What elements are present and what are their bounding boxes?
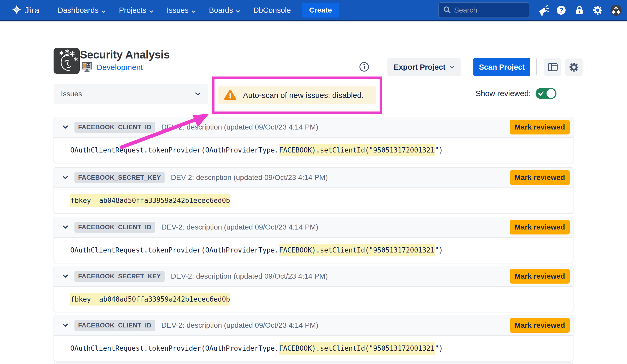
issue-card: FACEBOOK_CLIENT_ID DEV-2: description (u… xyxy=(54,315,573,361)
chevron-down-icon xyxy=(195,92,200,96)
secret-type-badge: FACEBOOK_CLIENT_ID xyxy=(74,320,155,331)
issue-title: DEV-2: description (updated 09/Oct/23 4:… xyxy=(171,173,503,182)
issue-header: FACEBOOK_CLIENT_ID DEV-2: description (u… xyxy=(54,117,573,138)
code-text: ") xyxy=(435,246,443,254)
chevron-down-icon xyxy=(192,6,195,15)
export-project-button[interactable]: Export Project xyxy=(387,58,461,76)
nav-item-label: Boards xyxy=(209,6,233,15)
issue-code-line: OAuthClientRequest.tokenProvider(OAuthPr… xyxy=(54,138,573,163)
workstation-icon xyxy=(81,61,93,74)
issue-card: FACEBOOK_CLIENT_ID DEV-2: description (u… xyxy=(54,117,573,163)
svg-text:?: ? xyxy=(559,6,563,14)
code-highlight: fbkey ab048ad50ffa33959a242b1ecec6ed0b xyxy=(70,194,230,207)
code-text: OAuthClientRequest.tokenProvider(OAuthPr… xyxy=(70,146,279,154)
help-icon[interactable]: ? xyxy=(555,4,567,16)
lock-icon[interactable] xyxy=(574,4,585,16)
search-icon xyxy=(443,5,451,15)
nav-icon-group: ? xyxy=(537,4,622,16)
scan-project-button[interactable]: Scan Project xyxy=(473,58,530,76)
code-highlight: FACEBOOK).setClientId("950513172001321 xyxy=(279,144,435,156)
nav-item-projects[interactable]: Projects xyxy=(119,6,153,15)
mark-reviewed-button[interactable]: Mark reviewed xyxy=(510,220,570,234)
top-nav: Jira Dashboards Projects Issues Boards D… xyxy=(0,0,627,21)
divider xyxy=(376,58,376,75)
collapse-chevron-icon[interactable] xyxy=(62,274,68,278)
issue-code-line: OAuthClientRequest.tokenProvider(OAuthPr… xyxy=(54,336,573,361)
code-text: OAuthClientRequest.tokenProvider(OAuthPr… xyxy=(70,344,279,352)
secret-type-badge: FACEBOOK_CLIENT_ID xyxy=(74,122,155,133)
issue-header: FACEBOOK_CLIENT_ID DEV-2: description (u… xyxy=(54,217,573,238)
nav-item-label: Projects xyxy=(119,6,146,15)
toggle-knob xyxy=(547,89,555,98)
create-button[interactable]: Create xyxy=(302,3,339,17)
secret-type-badge: FACEBOOK_SECRET_KEY xyxy=(74,172,165,183)
code-text: ") xyxy=(435,344,443,352)
issue-title: DEV-2: description (updated 09/Oct/23 4:… xyxy=(161,123,503,131)
nav-item-dashboards[interactable]: Dashboards xyxy=(58,6,105,15)
export-project-label: Export Project xyxy=(394,63,445,72)
settings-gear-icon[interactable] xyxy=(592,4,603,16)
issue-card: FACEBOOK_SECRET_KEY DEV-2: description (… xyxy=(54,167,573,214)
issue-title: DEV-2: description (updated 09/Oct/23 4:… xyxy=(171,272,503,280)
issue-header: FACEBOOK_SECRET_KEY DEV-2: description (… xyxy=(54,266,573,287)
chevron-down-icon xyxy=(236,6,240,15)
issue-card: FACEBOOK_CLIENT_ID DEV-2: description (u… xyxy=(54,217,573,263)
secret-type-badge: FACEBOOK_CLIENT_ID xyxy=(74,222,155,233)
announcement-icon[interactable] xyxy=(537,4,549,16)
page-title: Security Analysis xyxy=(80,49,170,61)
nav-menu: Dashboards Projects Issues Boards DbCons… xyxy=(58,6,291,15)
collapse-chevron-icon[interactable] xyxy=(62,176,68,179)
settings-gear-button[interactable] xyxy=(565,58,583,76)
project-subtitle: Development xyxy=(81,61,143,74)
issue-title: DEV-2: description (updated 09/Oct/23 4:… xyxy=(161,223,503,231)
jira-wordmark: Jira xyxy=(25,5,39,15)
chevron-down-icon xyxy=(102,6,105,15)
code-text: ") xyxy=(435,146,443,154)
nav-item-boards[interactable]: Boards xyxy=(209,6,240,15)
jira-logo[interactable]: Jira xyxy=(11,4,39,16)
issue-card-partial xyxy=(54,362,573,364)
issue-card: FACEBOOK_SECRET_KEY DEV-2: description (… xyxy=(54,266,573,312)
show-reviewed-label: Show reviewed: xyxy=(475,89,531,98)
collapse-chevron-icon[interactable] xyxy=(62,225,68,229)
project-avatar xyxy=(54,48,80,74)
layout-panel-button[interactable] xyxy=(544,58,561,76)
search-box[interactable] xyxy=(438,2,529,18)
issue-code-line: fbkey ab048ad50ffa33959a242b1ecec6ed0b xyxy=(54,287,573,312)
code-text: OAuthClientRequest.tokenProvider(OAuthPr… xyxy=(70,246,279,254)
mark-reviewed-button[interactable]: Mark reviewed xyxy=(510,170,570,185)
nav-item-issues[interactable]: Issues xyxy=(167,6,195,15)
search-input[interactable] xyxy=(454,6,517,14)
jira-logo-icon xyxy=(11,4,22,16)
code-highlight: FACEBOOK).setClientId("950513172001321 xyxy=(279,342,435,355)
nav-item-label: Dashboards xyxy=(58,6,98,15)
show-reviewed-control: Show reviewed: xyxy=(444,88,556,99)
nav-item-label: DbConsole xyxy=(253,6,291,15)
secret-type-badge: FACEBOOK_SECRET_KEY xyxy=(74,271,165,282)
nav-item-dbconsole[interactable]: DbConsole xyxy=(253,6,291,15)
code-highlight: fbkey ab048ad50ffa33959a242b1ecec6ed0b xyxy=(70,293,230,306)
issues-filter-select[interactable]: Issues xyxy=(54,84,208,104)
issue-header: FACEBOOK_CLIENT_ID DEV-2: description (u… xyxy=(54,315,573,336)
code-highlight: FACEBOOK).setClientId("950513172001321 xyxy=(279,244,435,256)
mark-reviewed-button[interactable]: Mark reviewed xyxy=(510,318,570,333)
user-avatar[interactable] xyxy=(610,4,622,16)
mark-reviewed-button[interactable]: Mark reviewed xyxy=(510,120,570,134)
page: Jira Dashboards Projects Issues Boards D… xyxy=(0,0,627,364)
annotation-highlight-box xyxy=(212,77,382,114)
collapse-chevron-icon[interactable] xyxy=(62,324,68,327)
issue-code-line: fbkey ab048ad50ffa33959a242b1ecec6ed0b xyxy=(54,188,573,213)
issues-filter-value: Issues xyxy=(61,90,82,98)
collapse-chevron-icon[interactable] xyxy=(62,125,68,129)
mark-reviewed-button[interactable]: Mark reviewed xyxy=(510,269,570,284)
project-type-link[interactable]: Development xyxy=(97,63,143,72)
divider xyxy=(536,58,537,75)
issue-header: FACEBOOK_SECRET_KEY DEV-2: description (… xyxy=(54,168,573,188)
chevron-down-icon xyxy=(149,6,153,15)
issue-code-line: OAuthClientRequest.tokenProvider(OAuthPr… xyxy=(54,238,573,263)
nav-item-label: Issues xyxy=(167,6,189,15)
show-reviewed-toggle[interactable] xyxy=(536,88,556,99)
info-icon[interactable] xyxy=(358,61,370,73)
issue-title: DEV-2: description (updated 09/Oct/23 4:… xyxy=(161,321,503,330)
check-icon xyxy=(538,91,544,96)
